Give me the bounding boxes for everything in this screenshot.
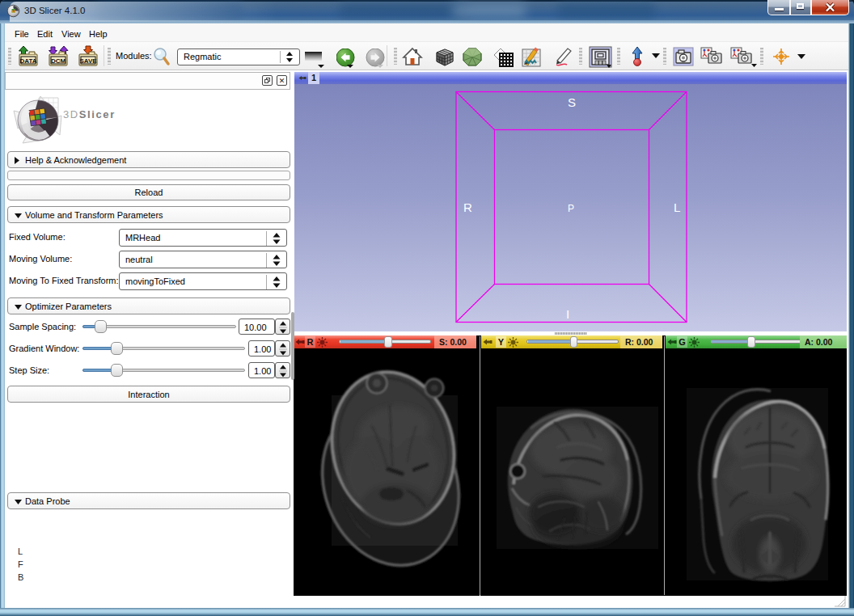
svg-text:I: I — [566, 307, 569, 321]
svg-text:DCM: DCM — [51, 57, 66, 65]
svg-text:S: S — [568, 95, 576, 109]
svg-text:L: L — [674, 200, 680, 214]
svg-text:R: R — [463, 200, 472, 214]
svg-text:SAVE: SAVE — [79, 57, 97, 65]
svg-text:P: P — [568, 203, 574, 214]
svg-text:DATA: DATA — [19, 57, 36, 65]
